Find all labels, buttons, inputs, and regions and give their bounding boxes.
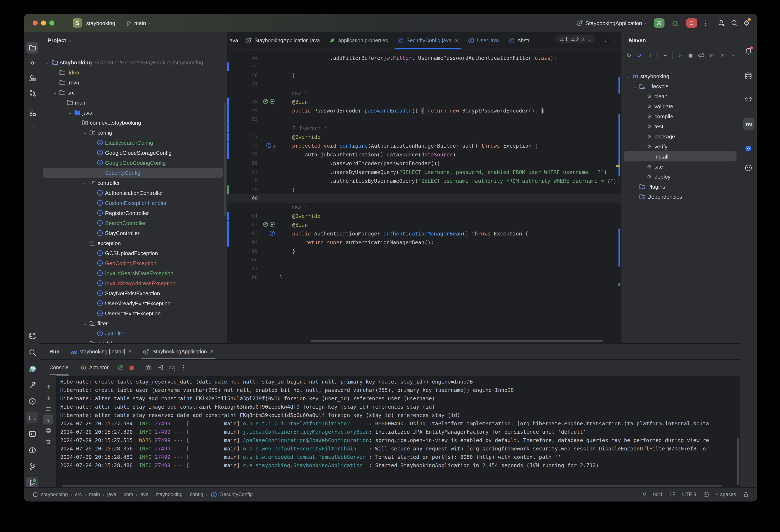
maven-skip-tests-button[interactable]: ⊘ (709, 51, 715, 59)
chevron-down-icon[interactable]: ⌄ (59, 100, 66, 105)
next-problem-icon[interactable]: ⌄ (588, 37, 591, 41)
tool-commit[interactable] (27, 57, 38, 68)
maven-sync-button[interactable]: ↻ (626, 51, 633, 59)
add-user-button[interactable] (718, 19, 725, 27)
console-clear-button[interactable] (43, 436, 53, 446)
tool-git[interactable] (27, 461, 38, 472)
search-everywhere-button[interactable] (731, 19, 738, 27)
editor-tab-application.properties[interactable]: application.properties (325, 32, 393, 49)
tool-learn[interactable]: ? (27, 72, 38, 84)
vcs-widget[interactable]: main ⌄ (126, 20, 152, 26)
actuator-tab[interactable]: Actuator (80, 365, 109, 371)
tool-run[interactable] (27, 477, 38, 488)
settings-button[interactable]: ⚙ (744, 18, 750, 28)
chevron-right-icon[interactable]: › (52, 80, 58, 85)
tool-find[interactable] (27, 346, 38, 358)
console-scroll-to-end-button[interactable] (43, 415, 53, 425)
gutter-bean-icon[interactable] (262, 221, 269, 228)
breadcrumb-item[interactable]: eve (140, 491, 149, 497)
breadcrumb-item[interactable]: com (124, 491, 133, 497)
maven-item-package[interactable]: ⚙ package (621, 131, 741, 141)
tree-item-RegisterController[interactable]: C RegisterController (40, 208, 227, 218)
project-panel-header[interactable]: Project ⌄ (40, 32, 227, 49)
maven-item-Dependencies[interactable]: › Dependencies (621, 192, 741, 202)
tree-item-JwtFilter[interactable]: C JwtFilter (40, 328, 227, 338)
tabs-list-chevron-icon[interactable]: ⌄ (604, 38, 607, 43)
tree-item-com.eve.staybooking[interactable]: ⌄ com.eve.staybooking (40, 117, 227, 127)
tree-item-UserAlreadyExistException[interactable]: UserAlreadyExistException (40, 298, 227, 308)
project-widget[interactable]: staybooking ⌄ (86, 20, 121, 26)
tree-item-InvalidSearchDateException[interactable]: InvalidSearchDateException (40, 268, 227, 278)
maven-run-button[interactable]: ▷ (676, 51, 683, 59)
breadcrumb-item[interactable]: java (107, 491, 116, 497)
tree-item-InvalidStayAddressException[interactable]: InvalidStayAddressException (40, 278, 227, 288)
caret-position[interactable]: 60:1 (653, 491, 663, 497)
tree-item-GoogleCloudStorageConfig[interactable]: C GoogleCloudStorageConfig (40, 148, 227, 158)
tree-item-.mvn[interactable]: › .mvn (40, 77, 227, 88)
maven-item-test[interactable]: ⚙ test (621, 121, 741, 131)
tool-services[interactable] (27, 395, 38, 407)
gutter-fold-arrow-icon[interactable]: › (273, 107, 275, 114)
console-rerun-button[interactable] (117, 364, 124, 371)
close-tab-icon[interactable]: ✕ (210, 349, 213, 354)
zoom-window-button[interactable] (49, 20, 54, 25)
breadcrumb-item[interactable]: main (89, 491, 100, 497)
maven-reload-maven-button[interactable]: ⟳ (636, 51, 643, 59)
maven-add-button[interactable]: + (662, 51, 669, 59)
tree-item-AuthenticationController[interactable]: C AuthenticationController (40, 188, 227, 198)
maven-toggle-offline-button[interactable] (698, 51, 705, 59)
gutter-override-icon[interactable] (269, 230, 275, 237)
tree-item-main[interactable]: ⌄ main (40, 98, 227, 107)
editor-tab-StaybookingApplication.java[interactable]: StaybookingApplication.java (241, 32, 325, 49)
tool-more-tool-windows[interactable]: ⋯ (27, 120, 38, 132)
project-scrollbar[interactable] (224, 103, 226, 216)
chevron-right-icon[interactable]: › (632, 194, 638, 199)
console-stop-button[interactable] (129, 365, 135, 371)
tree-item-config[interactable]: ⌄ config (40, 127, 227, 138)
maven-item-Lifecycle[interactable]: ⌄ Lifecycle (621, 81, 741, 91)
tree-item-CustomExceptionHandler[interactable]: C CustomExceptionHandler (40, 198, 227, 208)
chevron-down-icon[interactable]: ⌄ (82, 130, 88, 135)
chevron-down-icon[interactable]: ⌄ (632, 84, 638, 89)
tool-notifications[interactable] (742, 45, 754, 57)
tree-item-java[interactable]: ⌄ java (40, 107, 227, 117)
close-tab-icon[interactable]: ✕ (455, 38, 458, 43)
breadcrumb-item[interactable]: staybooking (156, 491, 183, 497)
minimize-window-button[interactable] (41, 20, 46, 25)
maven-download-sources-button[interactable]: ⤓ (647, 51, 654, 59)
console-camera-button[interactable] (145, 364, 152, 371)
maven-item-staybooking[interactable]: ⌄ m staybooking (621, 71, 741, 81)
tree-item-src[interactable]: ⌄ src (40, 88, 227, 98)
chevron-down-icon[interactable]: ⌄ (44, 60, 51, 65)
tabs-more-options[interactable]: ⋮ (612, 38, 617, 44)
tool-ai-assistant[interactable] (742, 93, 754, 105)
lock-open-icon[interactable] (743, 491, 749, 497)
tree-item-SearchController[interactable]: C SearchController (40, 218, 227, 228)
tool-brackets[interactable]: [ ] (27, 412, 38, 423)
maven-item-compile[interactable]: ⚙ compile (621, 111, 741, 121)
close-tab-icon[interactable]: ✕ (128, 349, 132, 354)
tree-item-GCSUploadException[interactable]: GCSUploadException (40, 248, 227, 258)
console-more-options-button[interactable]: ⋮ (181, 364, 187, 371)
breadcrumb-item[interactable]: src (75, 491, 82, 497)
gutter-bean-check-icon[interactable] (269, 221, 275, 228)
console-vscrollbar[interactable] (737, 438, 739, 485)
maven-item-site[interactable]: ⚙ site (621, 161, 741, 171)
tree-item-UserNotExistException[interactable]: UserNotExistException (40, 308, 227, 318)
tool-database-check[interactable] (27, 330, 38, 342)
console-hscrollbar[interactable] (62, 485, 722, 487)
editor-tab-User.java[interactable]: CUser.java (463, 32, 503, 49)
inspections-widget[interactable]: ⚠1 ⚠2 ∧ ⌄ (556, 35, 595, 43)
tool-structure[interactable] (27, 107, 38, 118)
tool-chat[interactable] (742, 143, 754, 154)
stop-button[interactable] (686, 18, 697, 28)
tool-gopher-plugin[interactable] (27, 363, 38, 374)
tree-item-GoogleGeoCodingConfig[interactable]: C GoogleGeoCodingConfig (40, 158, 227, 168)
maven-item-verify[interactable]: ⚙ verify (621, 141, 741, 151)
tool-maven[interactable]: m (742, 118, 754, 130)
console-export-button[interactable] (157, 364, 164, 371)
tree-item-exception[interactable]: ⌄ exception (40, 238, 227, 248)
maven-item-validate[interactable]: ⚙ validate (621, 101, 741, 111)
tree-item-.idea[interactable]: › .idea (40, 67, 227, 77)
chevron-down-icon[interactable]: ⌄ (82, 321, 88, 326)
